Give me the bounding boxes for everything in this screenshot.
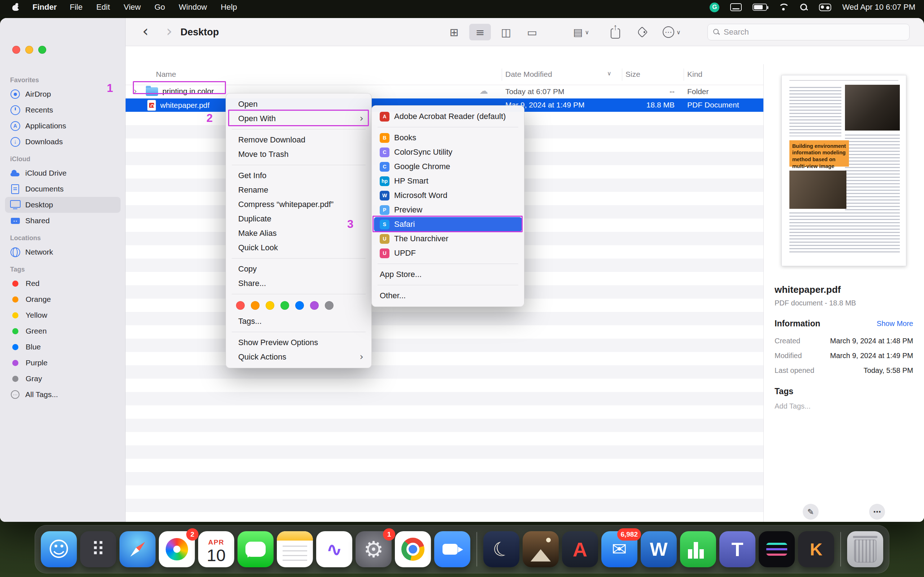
column-header-name[interactable]: Name xyxy=(156,70,176,79)
sidebar-item[interactable]: Documents xyxy=(5,181,121,197)
moon-app-dock-icon[interactable] xyxy=(483,531,519,567)
context-menu-item-tags[interactable]: Tags... xyxy=(228,314,369,329)
back-button[interactable]: ‹ xyxy=(136,23,155,40)
toolbar-search-field[interactable] xyxy=(708,24,909,40)
sidebar-item[interactable]: Gray xyxy=(5,371,121,387)
preview-action-button[interactable]: Markup xyxy=(787,504,834,522)
show-more-link[interactable]: Show More xyxy=(877,319,913,328)
sidebar-item[interactable]: Yellow xyxy=(5,307,121,323)
submenu-item[interactable]: P Preview xyxy=(374,203,522,217)
submenu-item[interactable]: Other... xyxy=(374,288,522,303)
more-actions-button[interactable]: ⋯ ∨ xyxy=(663,24,681,40)
image-viewer-dock-icon[interactable] xyxy=(523,531,559,567)
submenu-item[interactable]: C Google Chrome xyxy=(374,160,522,174)
sidebar-item[interactable]: Blue xyxy=(5,339,121,355)
apple-menu-icon[interactable] xyxy=(12,3,19,11)
sidebar-item[interactable]: Applications xyxy=(5,118,121,134)
keyboard-icon[interactable] xyxy=(730,3,742,11)
dock-separator[interactable] xyxy=(840,532,841,567)
sidebar-item[interactable]: All Tags... xyxy=(5,387,121,403)
battery-icon[interactable] xyxy=(753,3,767,11)
tags-button[interactable] xyxy=(638,24,646,40)
green-tag-dot[interactable] xyxy=(281,301,289,310)
context-menu-item[interactable]: Copy xyxy=(228,262,369,276)
submenu-item[interactable]: C ColorSync Utility xyxy=(374,145,522,160)
context-menu-item[interactable]: Open xyxy=(228,97,369,111)
group-by-button[interactable]: ▤ ∨ xyxy=(573,24,589,40)
teams-dock-icon[interactable] xyxy=(719,531,756,567)
context-menu-item[interactable]: Share... xyxy=(228,276,369,291)
zoom-button[interactable] xyxy=(38,46,46,54)
sort-direction-icon[interactable]: ∨ xyxy=(607,70,611,77)
calendar-dock-icon[interactable]: APR 10 xyxy=(198,531,234,567)
app-menu-finder[interactable]: Finder xyxy=(32,3,57,12)
sidebar-item[interactable]: Recents xyxy=(5,102,121,118)
context-menu-item[interactable]: Get Info xyxy=(228,168,369,183)
icon-view-icon[interactable]: ⊞ xyxy=(443,24,465,40)
column-header-date-modified[interactable]: Date Modified xyxy=(505,70,552,79)
menu-bar-item[interactable]: Help xyxy=(221,3,237,12)
sidebar-item[interactable]: Desktop xyxy=(5,197,121,213)
sidebar-item[interactable]: Purple xyxy=(5,355,121,371)
sidebar-item[interactable]: Red xyxy=(5,276,121,292)
context-menu-item[interactable]: Quick Actions xyxy=(228,350,369,364)
dock-separator[interactable] xyxy=(477,532,477,567)
context-menu-item[interactable]: Compress “whitepaper.pdf” xyxy=(228,197,369,212)
submenu-item[interactable]: W Microsoft Word xyxy=(374,188,522,203)
sidebar-item[interactable]: iCloud Drive xyxy=(5,165,121,181)
mail-dock-icon[interactable]: 6,982 xyxy=(601,531,637,567)
column-divider[interactable] xyxy=(683,69,684,81)
yellow-tag-dot[interactable] xyxy=(266,301,274,310)
key-app-dock-icon[interactable] xyxy=(798,531,834,567)
submenu-item[interactable]: App Store... xyxy=(374,267,522,282)
menu-bar-item[interactable]: Go xyxy=(155,3,165,12)
forward-button[interactable]: › xyxy=(160,23,178,40)
sidebar-item[interactable]: AirDrop xyxy=(5,86,121,102)
safari-dock-icon[interactable] xyxy=(120,531,155,567)
word-dock-icon[interactable] xyxy=(641,531,677,567)
file-name-cell[interactable]: whitepaper.pdf xyxy=(144,99,213,111)
freeform-dock-icon[interactable] xyxy=(316,531,352,567)
menu-bar-item[interactable]: View xyxy=(124,3,141,12)
gallery-view-icon[interactable]: ▭ xyxy=(521,24,543,40)
context-menu-item[interactable]: Remove Download xyxy=(228,133,369,147)
orange-tag-dot[interactable] xyxy=(251,301,260,310)
context-menu-item[interactable]: Show Preview Options xyxy=(228,335,369,350)
close-button[interactable] xyxy=(12,46,20,54)
column-view-icon[interactable]: ◫ xyxy=(495,24,517,40)
menu-bar-item[interactable]: File xyxy=(69,3,82,12)
purple-tag-dot[interactable] xyxy=(310,301,319,310)
search-input[interactable] xyxy=(724,27,904,37)
submenu-item[interactable]: hp HP Smart xyxy=(374,174,522,188)
list-view-icon[interactable]: ≡ xyxy=(469,24,491,40)
control-center-icon[interactable] xyxy=(819,3,831,11)
chrome-dock-icon[interactable] xyxy=(395,531,431,567)
messages-dock-icon[interactable] xyxy=(237,531,274,567)
numbers-dock-icon[interactable] xyxy=(680,531,716,567)
sidebar-item[interactable]: Network xyxy=(5,244,121,260)
trash-dock-icon[interactable] xyxy=(847,531,883,567)
sidebar-item[interactable]: Shared xyxy=(5,213,121,229)
grammarly-icon[interactable]: G xyxy=(709,3,719,12)
sidebar-item[interactable]: Green xyxy=(5,323,121,339)
column-divider[interactable] xyxy=(622,69,622,81)
submenu-item[interactable]: U The Unarchiver xyxy=(374,232,522,246)
wifi-icon[interactable] xyxy=(778,3,789,11)
sidebar-item[interactable]: Downloads xyxy=(5,134,121,150)
red-tag-dot[interactable] xyxy=(236,301,245,310)
context-menu-item[interactable]: Rename xyxy=(228,183,369,197)
minimize-button[interactable] xyxy=(25,46,33,54)
submenu-item[interactable]: A Adobe Acrobat Reader (default) xyxy=(374,109,522,124)
menu-bar-item[interactable]: Window xyxy=(179,3,207,12)
wave-app-dock-icon[interactable] xyxy=(759,531,795,567)
add-tags-field[interactable]: Add Tags... xyxy=(775,402,913,410)
blue-tag-dot[interactable] xyxy=(295,301,304,310)
menu-bar-clock[interactable]: Wed Apr 10 6:07 PM xyxy=(842,3,915,12)
spotlight-search-icon[interactable] xyxy=(800,3,808,11)
column-header-kind[interactable]: Kind xyxy=(687,70,703,79)
zoom-dock-icon[interactable] xyxy=(434,531,470,567)
submenu-item[interactable]: B Books xyxy=(374,131,522,145)
finder-dock-icon[interactable] xyxy=(41,531,77,567)
sidebar-item[interactable]: Orange xyxy=(5,292,121,307)
context-menu-item[interactable]: Quick Look xyxy=(228,240,369,255)
